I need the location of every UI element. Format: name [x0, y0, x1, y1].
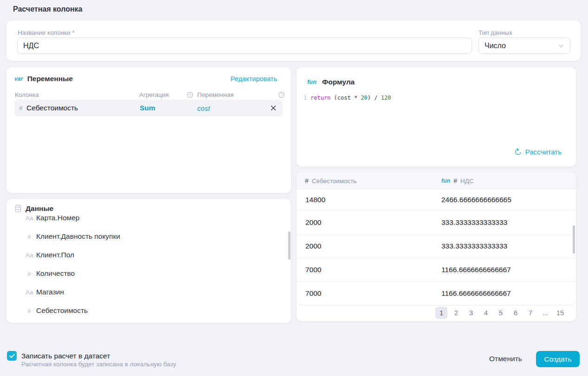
cell-source: 7000 [305, 266, 321, 274]
field-name: Магазин [36, 288, 64, 296]
dataset-field-davnost-pokupki[interactable]: #Клиент.Давность покупки [6, 230, 291, 243]
save-to-dataset-subtitle: Расчетная колонка будет записана в локал… [21, 361, 176, 368]
column-settings-card: Название колонки * Тип данных Число [6, 20, 581, 61]
help-icon[interactable]: ? [278, 92, 284, 98]
results-scrollbar[interactable] [573, 225, 575, 254]
dataset-field-list: AaКарта.Номер #Клиент.Давность покупки A… [6, 211, 291, 321]
column-header-column: Колонка [15, 91, 39, 98]
variables-card: var Переменные Редактировать Колонка Агр… [6, 67, 291, 193]
cell-value: 333.3333333333333 [441, 242, 507, 250]
dataset-field-sebestoimost[interactable]: #Себестоимость [6, 304, 291, 317]
string-type-icon: Aa [24, 289, 35, 296]
table-row: 70001166.6666666666667 [297, 282, 576, 306]
page-button-7[interactable]: 7 [524, 307, 536, 319]
page-ellipsis[interactable]: ... [539, 307, 551, 319]
page-button-3[interactable]: 3 [465, 307, 477, 319]
column-header-variable: Переменная [197, 91, 234, 98]
variables-table-header: Колонка Агрегация ? Переменная ? [15, 91, 283, 99]
svg-text:?: ? [189, 93, 191, 97]
save-to-dataset-checkbox[interactable] [7, 351, 17, 361]
field-name: Себестоимость [36, 306, 88, 315]
number-type-icon: # [24, 233, 35, 240]
fun-icon: fun [441, 178, 450, 184]
table-row: 2000333.3333333333333 [297, 235, 576, 258]
dataset-field-kolichestvo[interactable]: #Количество [6, 267, 291, 280]
string-type-icon: Aa [24, 252, 35, 259]
variable-column-name: Себестоимость [26, 104, 78, 112]
dataset-field-karta-nomer[interactable]: AaКарта.Номер [6, 211, 291, 224]
create-button[interactable]: Создать [536, 351, 580, 367]
calculate-button[interactable]: Рассчитать [515, 148, 562, 156]
dataset-field-klient-pol[interactable]: AaКлиент.Пол [6, 249, 291, 261]
page-button-1[interactable]: 1 [435, 307, 447, 319]
string-type-icon: Aa [24, 215, 35, 222]
results-table-body: 148002466.6666666666665 2000333.33333333… [297, 189, 576, 306]
results-column-source: # Себестоимость [305, 172, 357, 189]
field-name: Карта.Номер [36, 214, 80, 222]
page-title: Расчетная колонка [13, 5, 82, 13]
page-button-4[interactable]: 4 [480, 307, 492, 319]
results-card: # Себестоимость fun # НДС 148002466.6666… [296, 172, 576, 322]
cell-source: 14800 [305, 196, 325, 204]
field-name: Количество [36, 269, 75, 278]
var-icon: var [14, 76, 23, 82]
page-button-6[interactable]: 6 [510, 307, 522, 319]
field-name: Клиент.Пол [36, 251, 74, 259]
page-button-2[interactable]: 2 [450, 307, 462, 319]
page-button-5[interactable]: 5 [495, 307, 507, 319]
cell-value: 2466.6666666666665 [441, 196, 511, 204]
check-icon [9, 354, 15, 358]
page-button-15[interactable]: 15 [554, 307, 566, 319]
cell-value: 333.3333333333333 [441, 218, 507, 227]
results-table-header: # Себестоимость fun # НДС [297, 172, 576, 189]
svg-text:?: ? [280, 93, 283, 97]
formula-title: Формула [322, 78, 355, 86]
formula-code-editor[interactable]: 1 return (cost * 20) / 120 [297, 93, 576, 102]
table-row: 2000333.3333333333333 [297, 211, 576, 235]
pagination: 1 2 3 4 5 6 7 ... 15 [297, 305, 576, 321]
data-list-scrollbar[interactable] [288, 231, 291, 260]
line-number: 1 [304, 95, 310, 101]
variable-row: # Себестоимость Sum cost [14, 100, 283, 116]
cell-source: 7000 [305, 289, 321, 298]
column-header-aggregation: Агрегация [139, 91, 169, 98]
edit-variables-link[interactable]: Редактировать [231, 75, 277, 83]
chevron-down-icon [558, 43, 564, 49]
column-label: НДС [460, 178, 474, 185]
number-type-icon: # [24, 307, 35, 314]
formula-code: return (cost * 20) / 120 [310, 95, 391, 101]
calculate-label: Рассчитать [525, 148, 562, 156]
number-type-icon: # [453, 177, 457, 185]
number-type-icon: # [19, 104, 26, 112]
column-name-input[interactable] [17, 38, 472, 54]
remove-variable-button[interactable] [269, 103, 278, 113]
data-type-value: Число [485, 42, 558, 50]
column-label: Себестоимость [312, 178, 357, 185]
dataset-field-magazin[interactable]: AaМагазин [6, 286, 291, 299]
save-to-dataset-label: Записать расчет в датасет [21, 352, 110, 360]
variable-name[interactable]: cost [197, 104, 210, 112]
close-icon [271, 105, 276, 111]
column-name-label: Название колонки * [18, 29, 75, 36]
variables-title: Переменные [27, 75, 73, 83]
data-card: Данные AaКарта.Номер #Клиент.Давность по… [6, 198, 291, 323]
cell-value: 1166.6666666666667 [441, 266, 511, 274]
help-icon[interactable]: ? [187, 92, 193, 98]
number-type-icon: # [305, 177, 309, 185]
field-name: Клиент.Давность покупки [36, 232, 120, 241]
table-row: 148002466.6666666666665 [297, 189, 576, 211]
table-row: 70001166.6666666666667 [297, 258, 576, 282]
recalculate-icon [515, 148, 522, 155]
cell-value: 1166.6666666666667 [441, 289, 511, 298]
cell-source: 2000 [305, 218, 321, 227]
variable-aggregation[interactable]: Sum [140, 104, 155, 112]
data-type-label: Тип данных [478, 29, 512, 36]
formula-card: fun Формула 1 return (cost * 20) / 120 Р… [296, 67, 576, 167]
fun-icon: fun [307, 79, 317, 85]
data-type-select[interactable]: Число [478, 38, 570, 54]
cell-source: 2000 [305, 242, 321, 250]
results-column-calculated: fun # НДС [441, 172, 474, 189]
cancel-button[interactable]: Отменить [489, 355, 522, 363]
number-type-icon: # [24, 270, 35, 277]
